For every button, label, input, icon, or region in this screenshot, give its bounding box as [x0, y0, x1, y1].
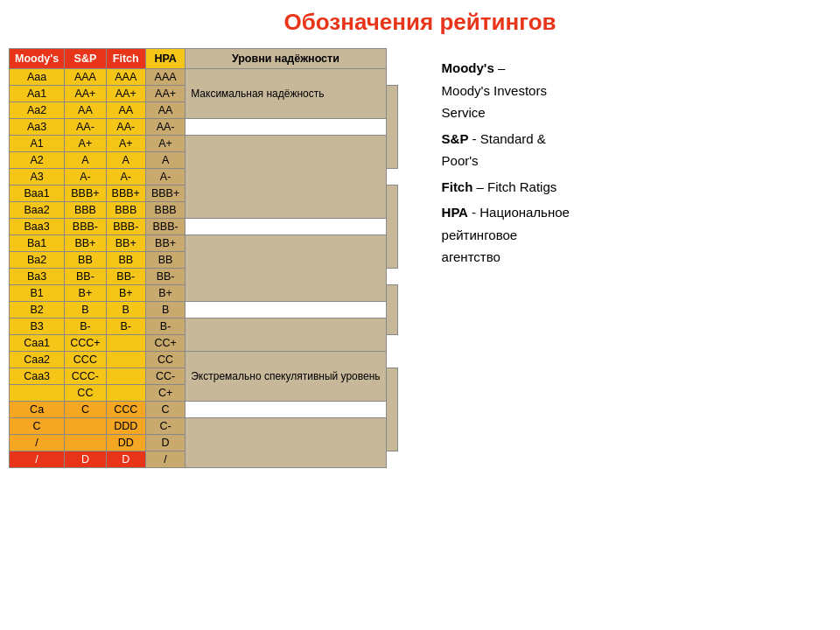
cell-nra-10: BB+	[145, 235, 185, 252]
cell-sp-12: BB-	[65, 269, 106, 285]
cell-sp-21	[65, 418, 106, 435]
cell-moodys-9: Baa3	[10, 219, 65, 235]
cell-moodys-12: Ba3	[10, 269, 65, 285]
cell-nra-14: B	[145, 302, 185, 318]
header-level: Уровни надёжности	[186, 49, 386, 69]
cell-nra-13: B+	[145, 285, 185, 302]
cell-sp-10: BB+	[65, 235, 106, 252]
cell-moodys-3: Aa3	[10, 119, 65, 136]
cell-nra-21: C-	[145, 418, 185, 435]
cell-fitch-10: BB+	[106, 235, 145, 252]
cell-moodys-19	[10, 385, 65, 402]
cell-moodys-18: Caa3	[10, 368, 65, 385]
cell-nra-19: C+	[145, 385, 185, 402]
cell-sp-17: CCC	[65, 352, 106, 368]
cell-nra-11: BB	[145, 252, 185, 269]
cell-level-21	[186, 418, 386, 468]
table-row: Ba1BB+BB+BB+	[10, 235, 398, 252]
cell-level-10	[186, 235, 386, 302]
cell-fitch-2: AA	[106, 102, 145, 119]
cell-nra-16: CC+	[145, 335, 185, 352]
cell-moodys-6: A3	[10, 169, 65, 186]
cell-fitch-17	[106, 352, 145, 368]
cell-moodys-4: A1	[10, 136, 65, 152]
cell-sp-11: BB	[65, 252, 106, 269]
table-row: Baa3BBB-BBB-BBB-	[10, 219, 398, 235]
cell-moodys-10: Ba1	[10, 235, 65, 252]
ratings-table: Moody's S&P Fitch НРА Уровни надёжности …	[9, 48, 398, 468]
cell-level-7	[386, 186, 397, 269]
cell-moodys-8: Baa2	[10, 202, 65, 219]
cell-sp-3: AA-	[65, 119, 106, 136]
cell-sp-23: D	[65, 452, 106, 468]
page-title: Обозначения рейтингов	[284, 9, 556, 36]
cell-fitch-20: CCC	[106, 402, 145, 418]
cell-fitch-18	[106, 368, 145, 385]
cell-sp-18: CCC-	[65, 368, 106, 385]
table-row: CDDDC-	[10, 418, 398, 435]
cell-fitch-12: BB-	[106, 269, 145, 285]
cell-sp-22	[65, 435, 106, 452]
ratings-table-container: Moody's S&P Fitch НРА Уровни надёжности …	[9, 48, 398, 468]
cell-sp-16: CCC+	[65, 335, 106, 352]
cell-sp-0: AAA	[65, 69, 106, 86]
cell-nra-20: C	[145, 402, 185, 418]
table-row: A1A+A+A+	[10, 136, 398, 152]
cell-nra-5: A	[145, 152, 185, 169]
cell-sp-9: BBB-	[65, 219, 106, 235]
cell-moodys-0: Aaa	[10, 69, 65, 86]
cell-sp-20: C	[65, 402, 106, 418]
cell-fitch-19	[106, 385, 145, 402]
table-row: CaCCCCC	[10, 402, 398, 418]
header-fitch: Fitch	[106, 49, 145, 69]
cell-fitch-23: D	[106, 452, 145, 468]
cell-fitch-5: A	[106, 152, 145, 169]
cell-nra-9: BBB-	[145, 219, 185, 235]
cell-nra-3: AA-	[145, 119, 185, 136]
cell-moodys-7: Baa1	[10, 186, 65, 202]
cell-level-18	[386, 368, 397, 452]
cell-nra-22: D	[145, 435, 185, 452]
cell-sp-15: B-	[65, 318, 106, 335]
cell-level-13	[386, 285, 397, 335]
cell-nra-18: CC-	[145, 368, 185, 385]
cell-level-0: Максимальная надёжность	[186, 69, 386, 119]
cell-nra-8: BBB	[145, 202, 185, 219]
header-moodys: Moody's	[10, 49, 65, 69]
cell-sp-19: CC	[65, 385, 106, 402]
cell-sp-13: B+	[65, 285, 106, 302]
cell-moodys-13: B1	[10, 285, 65, 302]
cell-sp-8: BBB	[65, 202, 106, 219]
cell-moodys-2: Aa2	[10, 102, 65, 119]
table-row: AaaAAAAAAAAAМаксимальная надёжность	[10, 69, 398, 86]
cell-level-4	[186, 136, 386, 219]
legend-moodys: Moody's –Moody's InvestorsService	[442, 57, 814, 124]
cell-fitch-11: BB	[106, 252, 145, 269]
cell-sp-4: A+	[65, 136, 106, 152]
cell-sp-14: B	[65, 302, 106, 318]
cell-nra-1: AA+	[145, 86, 185, 102]
cell-fitch-14: B	[106, 302, 145, 318]
cell-sp-7: BBB+	[65, 186, 106, 202]
cell-fitch-21: DDD	[106, 418, 145, 435]
header-nra: НРА	[145, 49, 185, 69]
legend-box: Moody's –Moody's InvestorsService S&P - …	[424, 48, 831, 281]
cell-nra-2: AA	[145, 102, 185, 119]
legend-sp: S&P - Standard &Poor's	[442, 128, 814, 172]
cell-moodys-17: Caa2	[10, 352, 65, 368]
cell-fitch-6: A-	[106, 169, 145, 186]
cell-fitch-0: AAA	[106, 69, 145, 86]
legend-fitch: Fitch – Fitch Ratigs	[442, 176, 814, 199]
content-area: Moody's S&P Fitch НРА Уровни надёжности …	[9, 48, 831, 468]
cell-moodys-21: C	[10, 418, 65, 435]
cell-nra-23: /	[145, 452, 185, 468]
cell-fitch-9: BBB-	[106, 219, 145, 235]
cell-fitch-7: BBB+	[106, 186, 145, 202]
cell-moodys-14: B2	[10, 302, 65, 318]
cell-moodys-5: A2	[10, 152, 65, 169]
cell-nra-7: BBB+	[145, 186, 185, 202]
cell-moodys-11: Ba2	[10, 252, 65, 269]
cell-fitch-4: A+	[106, 136, 145, 152]
table-row: Aa3AA-AA-AA-	[10, 119, 398, 136]
cell-moodys-16: Caa1	[10, 335, 65, 352]
